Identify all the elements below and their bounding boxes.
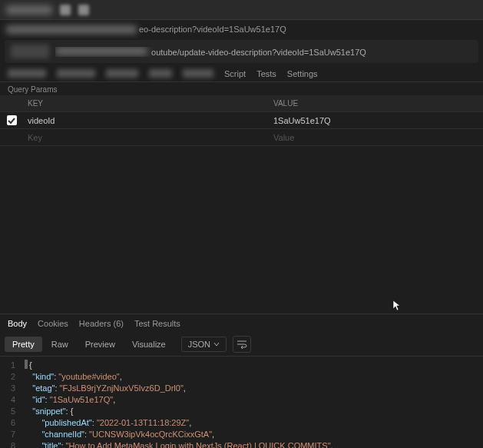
tab-script[interactable]: Script: [224, 69, 246, 78]
response-view-row: Pretty Raw Preview Visualize JSON: [0, 333, 483, 357]
line-number: 1: [0, 360, 23, 371]
tab-blurred[interactable]: [57, 69, 95, 78]
header-key: KEY: [23, 99, 269, 108]
query-params-label: Query Params: [0, 82, 483, 95]
code-line: 1{: [0, 360, 483, 371]
chevron-down-icon: [213, 341, 220, 347]
code-content: "id": "1SaUw51e17Q",: [23, 394, 115, 406]
window-tab-strip: [0, 0, 483, 20]
param-row-empty: Key Value: [0, 129, 483, 146]
params-header-row: KEY VALUE: [0, 95, 483, 112]
code-content: "channelId": "UCNSW3ipVk4ocQrcKCixxGtA",: [23, 429, 214, 440]
param-value-input[interactable]: 1SaUw51e17Q: [269, 116, 483, 125]
code-line: 8 "title": "How to Add MetaMask Login wi…: [0, 440, 483, 448]
breadcrumb-url: eo-description?videoId=1SaUw51e17Q: [0, 20, 483, 38]
code-line: 5 "snippet": {: [0, 406, 483, 417]
text-caret: [25, 360, 28, 369]
tab-blurred[interactable]: [106, 69, 138, 78]
line-number: 4: [0, 394, 23, 406]
wrap-icon: [237, 340, 247, 349]
line-number: 2: [0, 371, 23, 383]
tab-blurred[interactable]: [183, 69, 213, 78]
params-empty-area: [0, 146, 483, 314]
view-visualize[interactable]: Visualize: [124, 337, 174, 352]
tab-blurred[interactable]: [149, 69, 172, 78]
tab-icon-blurred: [60, 5, 71, 15]
code-line: 3 "etag": "FJsLB9rjYZnjNuxV5Ivz6D_Drl0",: [0, 383, 483, 394]
query-params-table: KEY VALUE videoId 1SaUw51e17Q Key Value: [0, 95, 483, 146]
resp-tab-test-results[interactable]: Test Results: [134, 319, 180, 328]
resp-tab-body[interactable]: Body: [8, 319, 27, 328]
view-preview[interactable]: Preview: [78, 337, 123, 352]
line-number: 3: [0, 383, 23, 394]
view-pretty[interactable]: Pretty: [5, 337, 42, 352]
request-tabs: Script Tests Settings: [0, 65, 483, 82]
code-content: "snippet": {: [23, 406, 73, 417]
wrap-lines-button[interactable]: [233, 336, 251, 353]
request-url-suffix: outube/update-video-description?videoId=…: [151, 48, 366, 57]
code-content: "kind": "youtube#video",: [23, 371, 122, 383]
format-label: JSON: [188, 340, 210, 349]
request-bar: outube/update-video-description?videoId=…: [5, 40, 478, 63]
param-checkbox[interactable]: [7, 115, 17, 125]
line-number: 6: [0, 417, 23, 429]
tab-blurred: [6, 5, 52, 15]
code-content: {: [29, 360, 32, 371]
tab-icon-blurred: [78, 5, 89, 15]
code-content: "title": "How to Add MetaMask Login with…: [23, 440, 333, 448]
request-url-input[interactable]: outube/update-video-description?videoId=…: [55, 47, 472, 57]
view-raw[interactable]: Raw: [44, 337, 76, 352]
http-method-blurred[interactable]: [11, 45, 49, 58]
code-content: "publishedAt": "2022-01-13T11:18:29Z",: [23, 417, 191, 429]
line-number: 5: [0, 406, 23, 417]
line-number: 7: [0, 429, 23, 440]
param-row: videoId 1SaUw51e17Q: [0, 112, 483, 129]
tab-tests[interactable]: Tests: [256, 69, 276, 78]
url-blurred-prefix: [6, 25, 137, 34]
param-key-input[interactable]: Key: [23, 133, 269, 142]
tab-settings[interactable]: Settings: [287, 69, 318, 78]
code-line: 6 "publishedAt": "2022-01-13T11:18:29Z",: [0, 417, 483, 429]
param-key-input[interactable]: videoId: [23, 116, 269, 125]
code-line: 7 "channelId": "UCNSW3ipVk4ocQrcKCixxGtA…: [0, 429, 483, 440]
resp-tab-headers[interactable]: Headers (6): [79, 319, 124, 328]
url-suffix: eo-description?videoId=1SaUw51e17Q: [139, 25, 286, 34]
header-value: VALUE: [269, 99, 483, 108]
param-value-input[interactable]: Value: [269, 133, 483, 142]
code-content: "etag": "FJsLB9rjYZnjNuxV5Ivz6D_Drl0",: [23, 383, 186, 394]
tab-blurred[interactable]: [8, 69, 46, 78]
code-line: 4 "id": "1SaUw51e17Q",: [0, 394, 483, 406]
format-select[interactable]: JSON: [181, 337, 227, 352]
response-body-code[interactable]: 1{2 "kind": "youtube#video",3 "etag": "F…: [0, 357, 483, 448]
code-line: 2 "kind": "youtube#video",: [0, 371, 483, 383]
line-number: 8: [0, 440, 23, 448]
request-url-blurred-prefix: [55, 47, 147, 55]
resp-tab-cookies[interactable]: Cookies: [38, 319, 68, 328]
response-tabs: Body Cookies Headers (6) Test Results: [0, 314, 483, 333]
